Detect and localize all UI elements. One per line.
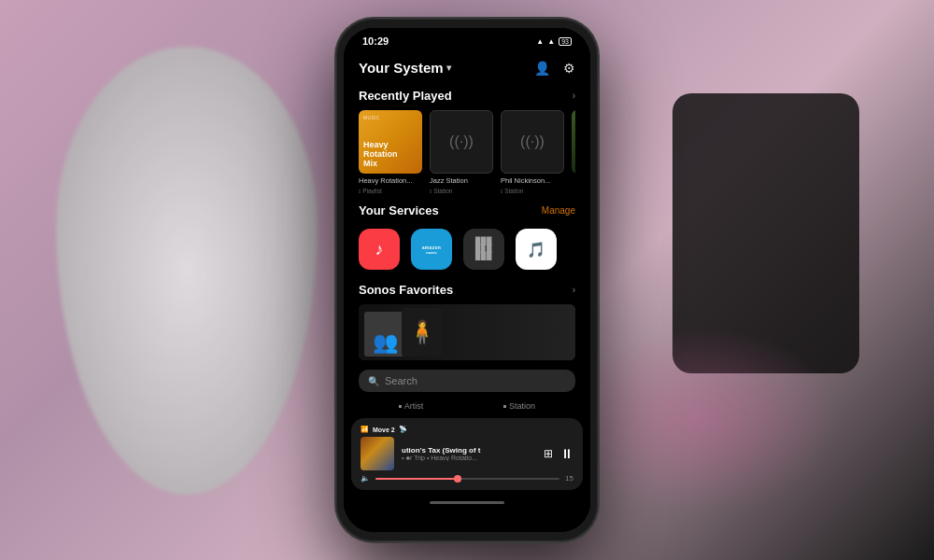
card-badge-music: music [363,115,380,120]
card-sublabel-jazz:  Station [430,188,493,194]
music-card-phil[interactable]: ((·)) Phil Nickinson...  Station [501,110,564,194]
battery-icon: 93 [559,37,572,46]
now-playing-title: ution’s Tax (Swing of t [402,446,536,455]
tab-dot-artist [399,405,402,408]
search-tab-artist[interactable]: Artist [399,401,424,411]
now-playing-header: 📶 Move 2 📡 [361,426,573,433]
card-art-phil: ((·)) [501,110,564,174]
phone-frame: 10:29 ▲ ▲ 93 Your System ▾ 👤 ⚙ [336,19,598,541]
manage-button[interactable]: Manage [542,205,575,216]
volume-bar-icon: 📶 [361,426,369,433]
card-art-4 [572,110,575,174]
pause-button[interactable]: ⏸ [560,446,573,461]
apple-music-icon-3:  [501,189,502,194]
status-time: 10:29 [362,35,389,47]
queue-icon[interactable]: ⊞ [544,447,553,460]
card-sublabel-phil:  Station [501,188,564,194]
amazon-inner: amazon music [422,245,441,255]
services-section: Your Services Manage ♪ amazon music [344,198,590,277]
tab-dot-station [503,405,506,408]
apple-music-icon-1:  [359,189,361,194]
services-header: Your Services Manage [359,203,575,217]
services-grid: ♪ amazon music ▉▉▉▉▊▉▉▉▉ [359,225,575,273]
phone-screen: 10:29 ▲ ▲ 93 Your System ▾ 👤 ⚙ [344,28,590,532]
radio-waves-icon-phil: ((·)) [520,133,545,150]
person-photo: 🧍 [402,308,443,357]
search-icon: 🔍 [368,376,379,386]
app-header: Your System ▾ 👤 ⚙ [344,54,590,83]
settings-icon[interactable]: ⚙ [563,61,575,76]
favorites-section: Sonos Favorites › 👥 🧍 [344,277,590,364]
np-art-gradient [361,437,394,470]
music-card-jazz[interactable]: ((·)) Jazz Station  Station [430,110,493,194]
now-playing-subtitle: • ♣r Trip • Heavy Rotatio... [402,455,536,461]
favorites-chevron-icon: › [573,285,575,295]
now-playing-info: ution’s Tax (Swing of t • ♣r Trip • Heav… [402,446,536,461]
radio-waves-icon-jazz: ((·)) [449,133,474,150]
home-indicator [344,494,590,511]
now-playing-bar[interactable]: 📶 Move 2 📡 ution’s Tax (Swing of t • ♣r … [351,418,583,490]
volume-low-icon: 🔈 [361,474,370,483]
app-content: Your System ▾ 👤 ⚙ Recently Played › [344,50,590,532]
progress-fill [375,478,459,480]
recently-played-list: music HeavyRotationMix Heavy Rotation...… [359,110,575,194]
home-bar [430,501,504,504]
person-icon: 🧍 [408,319,436,345]
card-label-jazz: Jazz Station [430,176,493,185]
header-icons-group: 👤 ⚙ [534,61,575,76]
recently-played-title: Recently Played [359,89,452,103]
card-art-heavy-rotation: music HeavyRotationMix [359,110,422,174]
favorites-title: Sonos Favorites [359,283,453,297]
service-apple-music[interactable]: ♪ [359,229,400,270]
music-card-4[interactable] [572,110,575,194]
apple-music-icon-2:  [430,189,432,194]
signal-icon: ▲ [536,37,544,46]
card-art-jazz: ((·)) [430,110,493,174]
service-deezer[interactable]: ▉▉▉▉▊▉▉▉▉ [463,229,504,270]
now-playing-room: Move 2 [373,427,395,433]
progress-thumb [454,475,461,483]
amazon-music-text: music [426,250,437,255]
music-card-heavy-rotation[interactable]: music HeavyRotationMix Heavy Rotation...… [359,110,422,194]
apple-music-note-icon: ♪ [375,240,384,259]
favorites-header: Sonos Favorites › [359,283,575,297]
now-playing-content: ution’s Tax (Swing of t • ♣r Trip • Heav… [361,437,573,470]
favorites-art[interactable]: 👥 🧍 [359,304,575,360]
card-sublabel-heavy-rotation:  Playlist [359,188,422,194]
airplay-icon: 📡 [399,426,407,433]
search-tabs: Artist Station [344,398,590,414]
header-title-group[interactable]: Your System ▾ [359,60,451,76]
now-playing-controls: ⊞ ⏸ [544,446,573,461]
tab-label-station: Station [509,401,535,411]
band-people-icon: 👥 [373,330,398,355]
account-icon[interactable]: 👤 [534,61,550,76]
tab-label-artist: Artist [404,401,424,411]
search-bar[interactable]: 🔍 Search [359,370,575,392]
card-label-heavy-rotation: Heavy Rotation... [359,176,422,185]
now-playing-art [361,437,394,470]
services-title: Your Services [359,203,439,217]
search-tab-station[interactable]: Station [503,401,535,411]
progress-bar[interactable] [375,478,559,480]
background-pink-glow [560,327,841,513]
search-placeholder: Search [385,375,417,386]
service-youtube-music[interactable]: 🎵 [516,229,557,270]
ytmusic-icon: 🎵 [527,241,545,259]
band-photo: 👥 [364,312,405,357]
header-chevron-icon: ▾ [446,63,451,73]
card-title-heavy-rotation: HeavyRotationMix [363,141,417,169]
system-title: Your System [359,60,444,76]
wifi-icon: ▲ [547,37,555,46]
card-label-phil: Phil Nickinson... [501,176,564,185]
background-speaker [56,47,318,495]
deezer-icon: ▉▉▉▉▊▉▉▉▉ [475,238,492,260]
recently-played-section: Recently Played › music HeavyRotationMix… [344,83,590,198]
volume-number: 15 [565,474,573,483]
recently-played-chevron-icon: › [573,91,575,101]
recently-played-header: Recently Played › [359,89,575,103]
service-amazon-music[interactable]: amazon music [411,229,452,270]
phone-notch [420,28,514,49]
now-playing-progress: 🔈 15 [361,474,573,483]
status-icons: ▲ ▲ 93 [536,37,572,46]
